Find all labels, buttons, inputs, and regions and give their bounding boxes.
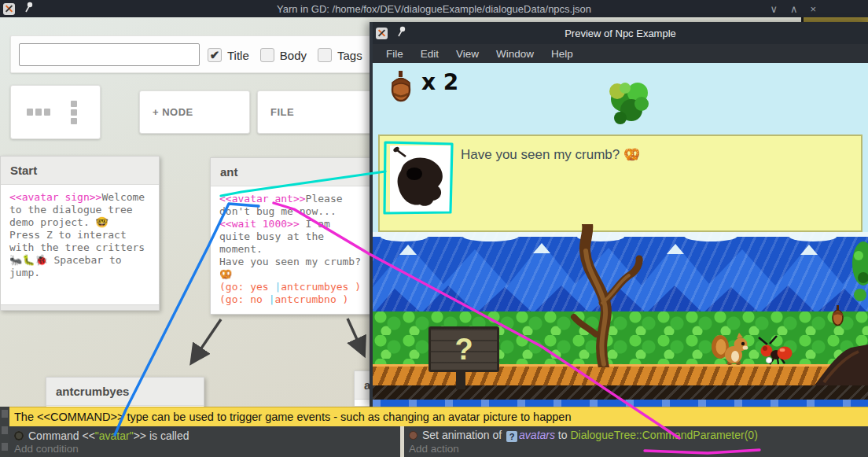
dialogue-text: Have you seen my crumb? 🥨 (461, 146, 640, 163)
maximize-button[interactable]: ∧ (790, 3, 798, 15)
bush-sprite (605, 77, 655, 129)
preview-pin-icon[interactable] (397, 26, 406, 40)
squirrel-sprite (712, 333, 749, 366)
left-edge-strip (0, 407, 9, 457)
menu-help[interactable]: Help (544, 48, 580, 60)
condition-text: Command <<"avatar">> is called (28, 429, 189, 442)
layout-toggle-button[interactable] (10, 85, 101, 139)
add-condition-button[interactable]: Add condition (9, 441, 400, 455)
app-icon (3, 3, 15, 15)
command-trigger-icon (14, 431, 24, 440)
screen: Yarn in GD: /home/fox/DEV/dialogueExampl… (0, 0, 868, 457)
question-sign: ? (428, 326, 499, 372)
dialogue-box: Have you seen my crumb? 🥨 (378, 135, 862, 232)
menu-edit[interactable]: Edit (414, 48, 446, 60)
filter-tags-checkbox[interactable]: Tags (318, 48, 362, 62)
menu-window[interactable]: Window (489, 48, 541, 60)
set-animation-icon (409, 431, 417, 440)
dead-tree-sprite (539, 224, 657, 367)
preview-app-icon (376, 28, 388, 39)
sign-post (456, 372, 465, 389)
yarn-titlebar: Yarn in GD: /home/fox/DEV/dialogueExampl… (0, 0, 868, 17)
game-viewport[interactable]: x 2 (373, 63, 868, 407)
node-ant[interactable]: ant <<avatar ant>>Pleasedon't bug me now… (210, 157, 376, 315)
pin-icon[interactable] (24, 2, 34, 16)
node-body[interactable]: <<avatar sign>>Welcometo the dialogue tr… (1, 185, 159, 286)
preview-window: Preview of Npc Example File Edit View Wi… (370, 22, 868, 407)
node-footer (1, 304, 159, 310)
close-button[interactable]: × (810, 3, 816, 15)
preview-window-title: Preview of Npc Example (373, 28, 868, 39)
preview-titlebar[interactable]: Preview of Npc Example (373, 22, 868, 44)
node-title[interactable]: ant (211, 158, 375, 186)
foliage-edge-sprite (844, 240, 868, 319)
add-node-button[interactable]: + NODE (139, 90, 250, 134)
condition-panel[interactable]: Command <<"avatar">> is called Add condi… (9, 426, 400, 457)
filter-body-checkbox[interactable]: Body (260, 48, 307, 62)
log-underside (373, 385, 868, 400)
hanging-acorn-sprite (832, 305, 844, 327)
preview-menubar: File Edit View Window Help (373, 44, 868, 63)
node-title[interactable]: Start (1, 157, 159, 185)
add-action-button[interactable]: Add action (404, 441, 868, 455)
info-banner: The <<COMMAND>> type can be used to trig… (9, 407, 868, 426)
acorn-item-icon (390, 69, 412, 105)
item-count-label: x 2 (421, 69, 458, 95)
filter-title-checkbox[interactable]: ✔ Title (208, 48, 249, 62)
red-ant-sprite (756, 335, 793, 365)
ant-avatar-image (390, 146, 452, 212)
checkbox-box[interactable] (260, 48, 274, 62)
menu-file[interactable]: File (379, 48, 410, 60)
search-input[interactable] (19, 43, 200, 66)
grid-view-icon (71, 101, 77, 124)
search-toolbar: ✔ Title Body Tags (10, 35, 378, 73)
file-menu-button[interactable]: FILE (257, 90, 377, 134)
action-text: Set animation of ?avatars to DialogueTre… (422, 429, 758, 441)
yarn-window-title: Yarn in GD: /home/fox/DEV/dialogueExampl… (0, 3, 868, 15)
background-window-highlight-line (804, 17, 868, 22)
checkbox-box[interactable] (318, 48, 332, 62)
root-sprite (810, 340, 868, 387)
action-panel[interactable]: Set animation of ?avatars to DialogueTre… (404, 426, 868, 457)
node-title[interactable]: antcrumbyes (46, 378, 204, 406)
node-body[interactable]: <<avatar ant>>Pleasedon't bug me now...<… (211, 186, 375, 312)
checkbox-box[interactable]: ✔ (208, 48, 222, 62)
menu-view[interactable]: View (449, 48, 486, 60)
node-start[interactable]: Start <<avatar sign>>Welcometo the dialo… (0, 156, 160, 311)
list-view-icon (27, 109, 50, 116)
minimize-button[interactable]: ∨ (770, 3, 778, 15)
info-banner-text: The <<COMMAND>> type can be used to trig… (14, 411, 572, 423)
water-strip (373, 400, 868, 407)
